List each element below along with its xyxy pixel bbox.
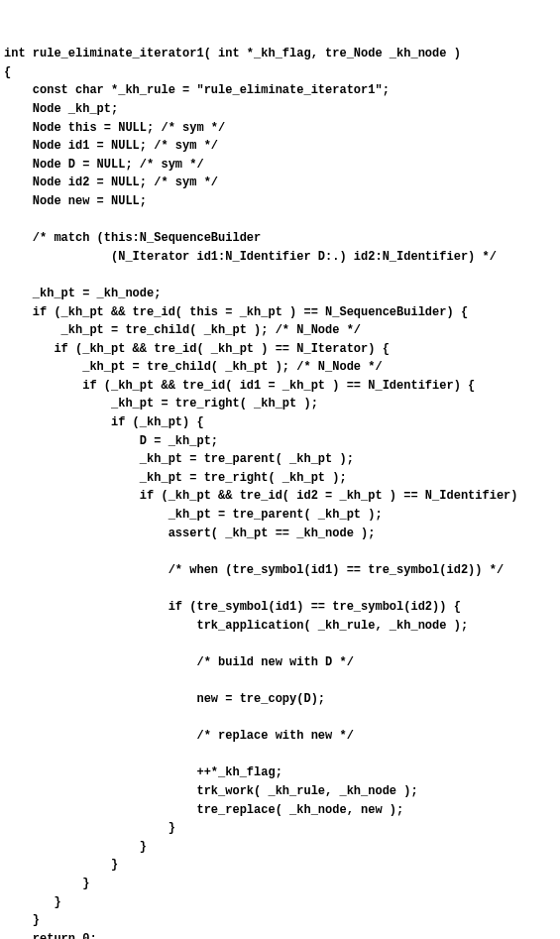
code-line: _kh_pt = tre_child( _kh_pt ); /* N_Node …	[4, 321, 560, 340]
code-line: _kh_pt = tre_right( _kh_pt );	[4, 395, 560, 413]
code-line: /* match (this:N_SequenceBuilder	[4, 229, 560, 248]
code-line: /* replace with new */	[4, 727, 560, 746]
code-line: if (_kh_pt && tre_id( id1 = _kh_pt ) == …	[4, 377, 560, 396]
code-line: return 0;	[4, 930, 560, 939]
code-line: Node _kh_pt;	[4, 100, 560, 119]
code-line: Node this = NULL; /* sym */	[4, 119, 560, 138]
code-listing: int rule_eliminate_iterator1( int *_kh_f…	[4, 45, 560, 939]
code-line	[4, 266, 560, 285]
code-line: {	[4, 63, 560, 82]
code-line: int rule_eliminate_iterator1( int *_kh_f…	[4, 45, 560, 63]
code-line: Node D = NULL; /* sym */	[4, 156, 560, 175]
code-line: Node id1 = NULL; /* sym */	[4, 137, 560, 156]
code-line: }	[4, 875, 560, 893]
code-line: _kh_pt = tre_right( _kh_pt );	[4, 469, 560, 488]
code-line: Node new = NULL;	[4, 192, 560, 211]
code-line	[4, 211, 560, 230]
code-line	[4, 709, 560, 728]
code-line: }	[4, 893, 560, 912]
code-line: if (_kh_pt && tre_id( id2 = _kh_pt ) == …	[4, 487, 560, 506]
code-line: }	[4, 838, 560, 857]
code-line: if (_kh_pt && tre_id( this = _kh_pt ) ==…	[4, 303, 560, 322]
code-line: trk_application( _kh_rule, _kh_node );	[4, 617, 560, 636]
code-line: _kh_pt = tre_parent( _kh_pt );	[4, 450, 560, 469]
code-line	[4, 542, 560, 561]
code-line: tre_replace( _kh_node, new );	[4, 801, 560, 820]
code-line: /* when (tre_symbol(id1) == tre_symbol(i…	[4, 561, 560, 580]
code-line	[4, 671, 560, 690]
code-line: const char *_kh_rule = "rule_eliminate_i…	[4, 81, 560, 100]
code-line: if (_kh_pt && tre_id( _kh_pt ) == N_Iter…	[4, 340, 560, 359]
code-line: (N_Iterator id1:N_Identifier D:.) id2:N_…	[4, 248, 560, 267]
code-line: D = _kh_pt;	[4, 432, 560, 451]
code-line	[4, 635, 560, 653]
code-line: Node id2 = NULL; /* sym */	[4, 174, 560, 192]
code-line: _kh_pt = tre_child( _kh_pt ); /* N_Node …	[4, 358, 560, 377]
code-line: new = tre_copy(D);	[4, 690, 560, 709]
code-line: if (_kh_pt) {	[4, 413, 560, 432]
code-line: trk_work( _kh_rule, _kh_node );	[4, 782, 560, 801]
code-line: _kh_pt = _kh_node;	[4, 285, 560, 303]
code-line	[4, 746, 560, 764]
code-line: /* build new with D */	[4, 653, 560, 672]
code-line: if (tre_symbol(id1) == tre_symbol(id2)) …	[4, 598, 560, 617]
code-line: }	[4, 819, 560, 838]
code-line: _kh_pt = tre_parent( _kh_pt );	[4, 506, 560, 525]
code-line: assert( _kh_pt == _kh_node );	[4, 525, 560, 543]
code-line	[4, 579, 560, 598]
code-line: }	[4, 856, 560, 875]
code-line: ++*_kh_flag;	[4, 763, 560, 782]
code-line: }	[4, 911, 560, 930]
